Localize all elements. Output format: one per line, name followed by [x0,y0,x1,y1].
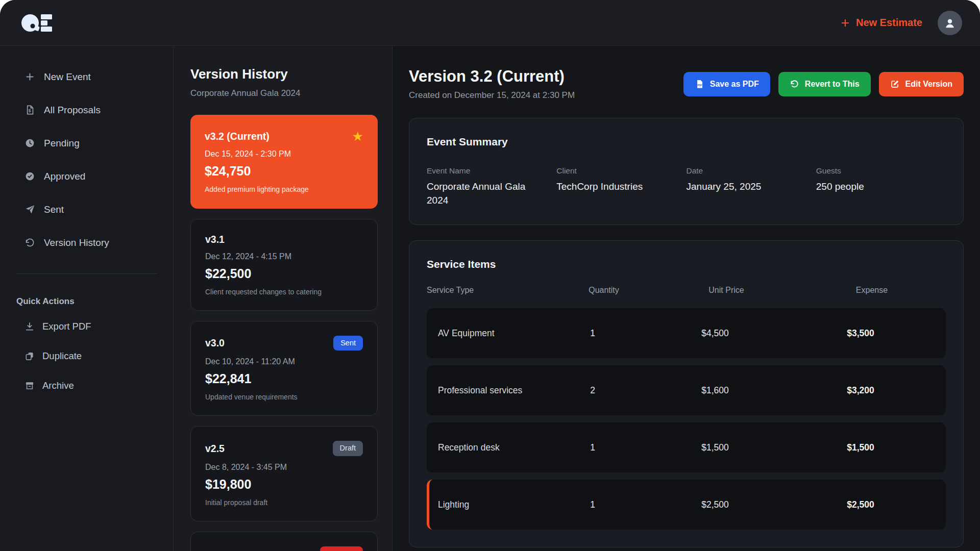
version-label: v3.2 (Current) [205,131,270,142]
version-date: Dec 10, 2024 - 11:20 AM [205,357,363,366]
table-row[interactable]: AV Equipment 1 $4,500 $3,500 [427,308,946,358]
field-value: TechCorp Industries [556,180,686,194]
invoice-icon: $ [24,105,35,115]
version-date: Dec 8, 2024 - 3:45 PM [205,463,363,472]
card-title: Service Items [427,258,946,270]
sidebar-item-label: All Proposals [44,105,101,116]
cell-expense: $1,500 [787,442,935,453]
cell-service-type: Reception desk [438,442,542,453]
field-value: January 25, 2025 [687,180,816,194]
version-note: Added premium lighting package [205,185,363,193]
sidebar-item-version-history[interactable]: Version History [0,226,173,259]
app-logo[interactable]: QE [20,12,53,34]
detail-actions: PDF Save as PDF Revert to This [683,72,964,96]
cell-unit-price: $2,500 [644,499,787,510]
version-history-panel: Version History Corporate Annual Gala 20… [174,46,393,551]
svg-text:PDF: PDF [697,84,702,87]
sidebar-item-label: Approved [44,171,85,182]
version-card-partial[interactable] [190,532,378,551]
table-row[interactable]: Professional services 2 $1,600 $3,200 [427,365,946,415]
version-card[interactable]: v3.0 Sent Dec 10, 2024 - 11:20 AM $22,84… [190,321,378,416]
column-header: Quantity [553,286,655,295]
field-label: Event Name [427,166,556,176]
version-date: Dec 15, 2024 - 2:30 PM [205,149,363,159]
version-card-current[interactable]: v3.2 (Current) ★ Dec 15, 2024 - 2:30 PM … [190,115,378,209]
page-subtitle: Created on December 15, 2024 at 2:30 PM [409,90,575,101]
new-estimate-label: New Estimate [856,17,922,29]
sidebar-item-new-event[interactable]: New Event [0,60,173,93]
cell-unit-price: $1,600 [644,385,787,396]
save-as-pdf-button[interactable]: PDF Save as PDF [683,72,770,96]
button-label: Save as PDF [710,80,759,89]
quick-action-archive[interactable]: Archive [0,371,173,400]
cell-service-type: Professional services [438,385,542,396]
column-header: Expense [798,286,946,295]
user-avatar[interactable] [938,11,962,35]
logo-icon [20,12,53,34]
cell-unit-price: $1,500 [644,442,787,453]
sidebar-item-all-proposals[interactable]: $ All Proposals [0,93,173,127]
field-guests: Guests 250 people [816,166,946,207]
field-value: 250 people [816,180,946,194]
field-date: Date January 25, 2025 [687,166,816,207]
version-note: Updated venue requirements [205,393,363,401]
check-circle-icon [24,171,35,182]
cell-quantity: 1 [542,328,644,339]
quick-action-duplicate[interactable]: Duplicate [0,341,173,371]
version-card[interactable]: v3.1 Dec 12, 2024 - 4:15 PM $22,500 Clie… [190,219,378,311]
app-window: QE New Estimate [0,0,980,551]
new-estimate-button[interactable]: New Estimate [840,17,922,29]
version-card[interactable]: v2.5 Draft Dec 8, 2024 - 3:45 PM $19,800… [190,426,378,521]
version-amount: $22,841 [205,371,363,386]
sidebar-item-pending[interactable]: Pending [0,127,173,160]
event-summary-card: Event Summary Event Name Corporate Annua… [409,118,964,225]
plus-icon [24,71,35,82]
table-row[interactable]: Reception desk 1 $1,500 $1,500 [427,422,946,472]
field-client: Client TechCorp Industries [556,166,686,207]
sidebar: New Event $ All Proposals Pendin [0,46,174,551]
duplicate-icon [24,351,35,361]
detail-header: Version 3.2 (Current) Created on Decembe… [409,67,964,101]
card-title: Event Summary [427,136,946,148]
service-items-card: Service Items Service Type Quantity Unit… [409,240,964,547]
quick-action-label: Export PDF [42,321,91,332]
download-icon [24,321,35,332]
field-event-name: Event Name Corporate Annual Gala 2024 [427,166,556,207]
quick-action-export-pdf[interactable]: Export PDF [0,312,173,341]
sidebar-item-label: New Event [44,71,91,83]
main-panel: Version 3.2 (Current) Created on Decembe… [393,46,980,551]
service-table-header: Service Type Quantity Unit Price Expense [427,286,946,295]
revert-button[interactable]: Revert to This [778,72,871,96]
plus-icon [840,18,850,28]
topbar: QE New Estimate [0,0,980,46]
paper-plane-icon [24,204,35,215]
archive-icon [24,381,35,391]
status-badge-red [320,546,363,551]
person-icon [943,16,957,30]
sidebar-item-approved[interactable]: Approved [0,160,173,193]
sidebar-item-label: Sent [44,204,64,215]
version-label: v3.1 [205,234,225,245]
status-badge-sent: Sent [333,336,363,350]
sidebar-item-sent[interactable]: Sent [0,193,173,226]
version-label: v2.5 [205,443,225,455]
version-note: Initial proposal draft [205,498,363,507]
edit-version-button[interactable]: Edit Version [879,72,964,96]
cell-quantity: 1 [542,442,644,453]
table-row-highlighted[interactable]: Lighting 1 $2,500 $2,500 [427,480,946,530]
service-table-body: AV Equipment 1 $4,500 $3,500 Professiona… [427,308,946,530]
version-note: Client requested changes to catering [205,288,363,296]
star-icon[interactable]: ★ [352,130,363,143]
quick-action-label: Archive [42,380,74,391]
version-amount: $24,750 [205,164,363,179]
clock-icon [24,138,35,148]
column-header: Unit Price [655,286,798,295]
sidebar-item-label: Version History [44,237,109,248]
cell-expense: $3,200 [787,385,935,396]
history-icon [24,237,35,248]
status-badge-draft: Draft [333,441,363,456]
revert-icon [790,79,799,89]
sidebar-item-label: Pending [44,138,80,149]
cell-expense: $2,500 [787,499,935,510]
quick-action-label: Duplicate [42,350,82,362]
